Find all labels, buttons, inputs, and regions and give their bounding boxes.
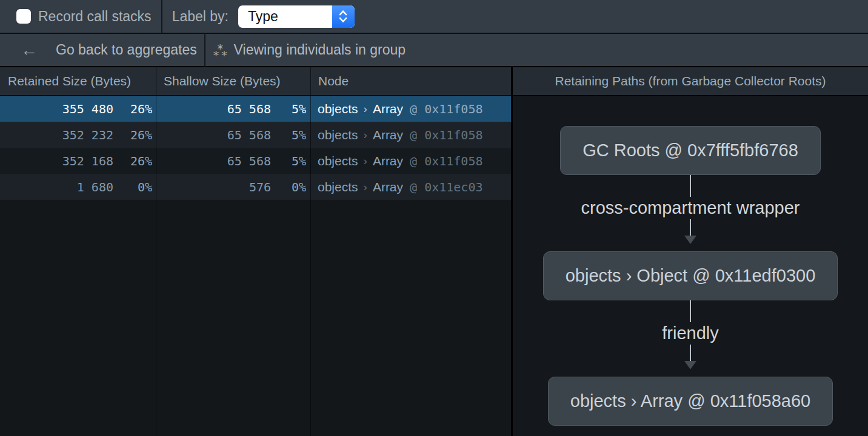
node-group: objects xyxy=(318,128,358,142)
retained-size-cell: 352 232 26% xyxy=(0,122,156,148)
column-divider xyxy=(310,67,311,436)
node-type: Array xyxy=(373,154,403,168)
shallow-size-percent: 5% xyxy=(271,102,306,116)
node-cell: objects › Array @ 0x11f058 xyxy=(310,122,511,148)
label-by-label: Label by: xyxy=(172,8,229,25)
table-row[interactable]: 352 168 26% 65 568 5% objects › Array @ … xyxy=(0,148,511,174)
shallow-size-value: 65 568 xyxy=(156,128,271,142)
retained-size-value: 352 168 xyxy=(0,154,113,168)
shallow-size-cell: 65 568 5% xyxy=(156,122,310,148)
select-updown-icon xyxy=(332,5,355,28)
column-header-retained-size[interactable]: Retained Size (Bytes) xyxy=(0,67,156,95)
graph-edge: cross-compartment wrapper xyxy=(581,175,800,251)
node-group: objects xyxy=(318,102,358,116)
node-separator: › xyxy=(364,180,367,194)
retained-size-percent: 0% xyxy=(113,180,152,194)
shallow-size-percent: 0% xyxy=(271,180,306,194)
individuals-table: Retained Size (Bytes) Shallow Size (Byte… xyxy=(0,67,511,436)
retained-size-cell: 352 168 26% xyxy=(0,148,156,174)
edge-label: cross-compartment wrapper xyxy=(581,198,800,218)
table-header-row: Retained Size (Bytes) Shallow Size (Byte… xyxy=(0,67,511,96)
node-address: @ 0x11f058 xyxy=(410,102,482,116)
shallow-size-cell: 65 568 5% xyxy=(156,96,310,122)
node-type: Array xyxy=(373,128,403,142)
retained-size-percent: 26% xyxy=(113,102,152,116)
retaining-paths-title: Retaining Paths (from Garbage Collector … xyxy=(513,67,868,96)
shallow-size-cell: 65 568 5% xyxy=(156,148,310,174)
shallow-size-value: 65 568 xyxy=(156,154,271,168)
node-type: Array xyxy=(373,102,403,116)
individuals-icon: * ** xyxy=(213,42,229,58)
arrowhead-icon xyxy=(684,236,696,244)
column-divider xyxy=(156,67,156,436)
edge-line xyxy=(690,219,691,236)
edge-line xyxy=(690,345,691,362)
graph-node-object[interactable]: objects › Object @ 0x11edf0300 xyxy=(543,251,838,300)
edge-label: friendly xyxy=(662,323,719,343)
shallow-size-percent: 5% xyxy=(271,128,306,142)
node-cell: objects › Array @ 0x11ec03 xyxy=(310,174,511,200)
shallow-size-percent: 5% xyxy=(271,154,306,168)
shallow-size-value: 65 568 xyxy=(156,102,271,116)
node-address: @ 0x11ec03 xyxy=(410,180,482,194)
table-row[interactable]: 1 680 0% 576 0% objects › Array @ 0x11ec… xyxy=(0,174,511,200)
retained-size-value: 355 480 xyxy=(0,102,113,116)
edge-line xyxy=(690,175,691,197)
node-separator: › xyxy=(364,154,367,168)
column-header-node[interactable]: Node xyxy=(310,67,511,95)
table-row[interactable]: 352 232 26% 65 568 5% objects › Array @ … xyxy=(0,122,511,148)
record-call-stacks-checkbox[interactable] xyxy=(16,9,31,24)
back-arrow-icon: ← xyxy=(21,42,38,59)
node-address: @ 0x11f058 xyxy=(410,154,482,168)
retained-size-percent: 26% xyxy=(113,154,152,168)
memory-tool-window: Record call stacks Label by: Type ← Go b… xyxy=(0,0,868,436)
go-back-label: Go back to aggregates xyxy=(56,42,197,58)
shallow-size-value: 576 xyxy=(156,180,271,194)
node-address: @ 0x11f058 xyxy=(410,128,482,142)
shallow-size-cell: 576 0% xyxy=(156,174,310,200)
graph-node-array[interactable]: objects › Array @ 0x11f058a60 xyxy=(548,377,833,426)
nav-toolbar: ← Go back to aggregates * ** Viewing ind… xyxy=(0,34,868,67)
retained-size-value: 1 680 xyxy=(0,180,113,194)
individuals-icon-bottom: ** xyxy=(213,52,229,58)
node-cell: objects › Array @ 0x11f058 xyxy=(310,96,511,122)
viewing-individuals-label: Viewing individuals in group xyxy=(234,42,406,58)
content-area: Retained Size (Bytes) Shallow Size (Byte… xyxy=(0,67,868,436)
edge-line xyxy=(690,300,691,322)
column-header-shallow-size[interactable]: Shallow Size (Bytes) xyxy=(156,67,310,95)
table-row[interactable]: 355 480 26% 65 568 5% objects › Array @ … xyxy=(0,96,511,122)
retaining-paths-panel: Retaining Paths (from Garbage Collector … xyxy=(513,67,868,436)
retained-size-cell: 355 480 26% xyxy=(0,96,156,122)
node-type: Array xyxy=(373,180,403,194)
go-back-to-aggregates-button[interactable]: ← Go back to aggregates xyxy=(0,42,197,59)
node-cell: objects › Array @ 0x11f058 xyxy=(310,148,511,174)
graph-edge: friendly xyxy=(662,300,719,377)
toolbar-divider xyxy=(204,33,205,67)
retained-size-percent: 26% xyxy=(113,128,152,142)
node-group: objects xyxy=(318,154,358,168)
node-group: objects xyxy=(318,180,358,194)
node-separator: › xyxy=(364,102,367,116)
arrowhead-icon xyxy=(684,361,696,369)
node-separator: › xyxy=(364,128,367,142)
label-by-select[interactable]: Type xyxy=(238,5,355,28)
retained-size-cell: 1 680 0% xyxy=(0,174,156,200)
retaining-paths-graph: GC Roots @ 0x7fff5fbf6768 cross-compartm… xyxy=(513,96,868,436)
label-by-selected-value: Type xyxy=(238,5,332,28)
retained-size-value: 352 232 xyxy=(0,128,113,142)
graph-node-gc-roots[interactable]: GC Roots @ 0x7fff5fbf6768 xyxy=(560,126,821,175)
toolbar-divider xyxy=(161,0,162,33)
top-toolbar: Record call stacks Label by: Type xyxy=(0,0,868,34)
record-call-stacks-label: Record call stacks xyxy=(38,8,152,25)
